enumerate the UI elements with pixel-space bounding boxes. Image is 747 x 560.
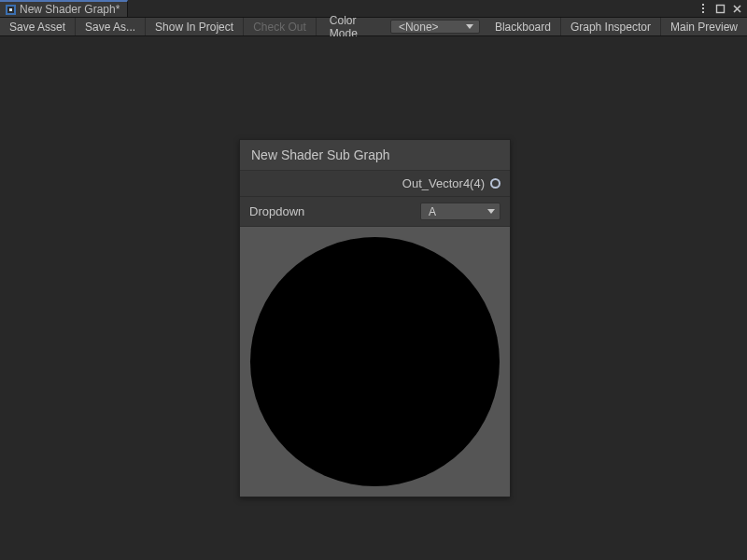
save-asset-button[interactable]: Save Asset (0, 18, 76, 35)
toolbar: Save Asset Save As... Show In Project Ch… (0, 18, 747, 36)
maximize-icon[interactable] (713, 2, 726, 15)
window-controls (697, 0, 747, 17)
window-menu-icon[interactable] (697, 2, 710, 15)
blackboard-toggle[interactable]: Blackboard (486, 18, 561, 35)
svg-rect-2 (9, 8, 12, 11)
chevron-down-icon (466, 24, 473, 29)
output-port-label: Out_Vector4(4) (249, 176, 490, 190)
show-in-project-button[interactable]: Show In Project (146, 18, 244, 35)
close-icon[interactable] (730, 2, 743, 15)
svg-rect-3 (716, 5, 724, 12)
color-mode-value: <None> (399, 21, 439, 34)
tab-title: New Shader Graph* (20, 3, 120, 16)
graph-canvas[interactable]: New Shader Sub Graph Out_Vector4(4) Drop… (0, 36, 747, 560)
tab-shader-graph[interactable]: New Shader Graph* (0, 0, 128, 17)
dropdown-value: A (429, 205, 436, 218)
chevron-down-icon (487, 209, 495, 214)
output-port[interactable] (490, 178, 500, 189)
node-output-row: Out_Vector4(4) (240, 171, 510, 197)
subgraph-node[interactable]: New Shader Sub Graph Out_Vector4(4) Drop… (239, 139, 511, 497)
node-dropdown-row: Dropdown A (240, 197, 510, 227)
main-preview-toggle[interactable]: Main Preview (661, 18, 747, 35)
preview-viewport[interactable] (247, 234, 502, 489)
dropdown-select[interactable]: A (420, 203, 500, 220)
dropdown-label: Dropdown (249, 204, 420, 218)
graph-inspector-toggle[interactable]: Graph Inspector (561, 18, 661, 35)
node-preview (240, 227, 510, 497)
node-title: New Shader Sub Graph (240, 140, 510, 171)
check-out-button: Check Out (244, 18, 317, 35)
color-mode-label: Color Mode (317, 18, 390, 35)
color-mode-dropdown[interactable]: <None> (390, 20, 480, 34)
preview-sphere (250, 237, 500, 487)
shader-graph-icon (6, 5, 16, 15)
save-as-button[interactable]: Save As... (76, 18, 146, 35)
